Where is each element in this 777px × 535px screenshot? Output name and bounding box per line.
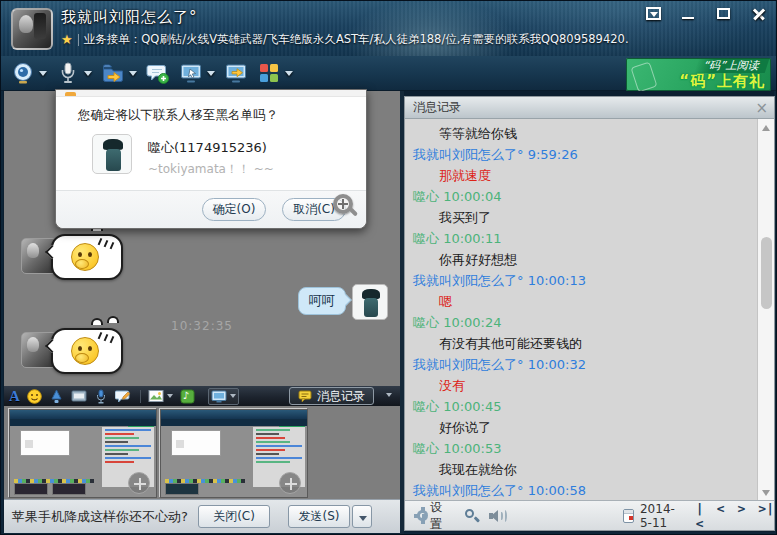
prev-page-button[interactable]: <: [717, 501, 725, 531]
history-message: 等等就给你钱: [409, 123, 755, 144]
scrollbar-thumb[interactable]: [761, 237, 772, 309]
speaker-icon[interactable]: [489, 508, 501, 524]
history-date[interactable]: 2014-5-11: [640, 502, 682, 530]
history-message: 没有: [409, 375, 755, 396]
music-button[interactable]: ♪: [180, 389, 201, 404]
edit-bubble-button[interactable]: [115, 389, 131, 404]
video-call-button[interactable]: [11, 61, 47, 85]
history-message: 你再好好想想: [409, 249, 755, 270]
history-sender: 噬心 10:00:45: [409, 396, 755, 417]
history-sender: 噬心 10:00:24: [409, 312, 755, 333]
remote-assistance-dropdown-icon[interactable]: [207, 71, 215, 76]
music-note-icon: ♪: [183, 390, 189, 401]
gear-icon[interactable]: [415, 508, 425, 523]
screen-share-button[interactable]: [224, 61, 248, 85]
settings-button[interactable]: 设置: [430, 499, 446, 533]
film-button[interactable]: [71, 389, 87, 403]
dialog-question: 您确定将以下联系人移至黑名单吗？: [78, 107, 278, 124]
ad-line1: “码”上阅读: [693, 59, 769, 73]
send-file-button[interactable]: [101, 61, 137, 85]
history-sender: 噬心 10:00:11: [409, 228, 755, 249]
phone-sketch-icon: [630, 62, 657, 91]
blacklist-confirm-dialog: 您确定将以下联系人移至黑名单吗？ 噬心(1174915236) ~tokiyam…: [55, 89, 367, 229]
confirm-button[interactable]: 确定(O): [202, 198, 266, 221]
contact-name-title: 我就叫刘阳怎么了°: [61, 8, 198, 27]
remote-assistance-button[interactable]: [179, 61, 215, 85]
first-page-button[interactable]: |<: [696, 501, 704, 531]
send-image-button[interactable]: [148, 389, 173, 403]
history-message: 好你说了: [409, 417, 755, 438]
emoticon-button[interactable]: [27, 389, 42, 404]
scroll-down-icon[interactable]: [762, 490, 770, 496]
history-message: 嗯: [409, 291, 755, 312]
composer-input-area[interactable]: [4, 406, 400, 499]
warning-icon: [65, 92, 76, 97]
history-message: 那就速度: [409, 165, 755, 186]
minimize-button[interactable]: [678, 6, 700, 22]
doodle-icon: [91, 318, 103, 325]
scroll-up-icon[interactable]: [762, 125, 770, 131]
voice-call-dropdown-icon[interactable]: [84, 71, 92, 76]
close-button[interactable]: [748, 6, 770, 22]
voice-message-button[interactable]: [94, 389, 108, 404]
titter-emoji-icon: [71, 337, 99, 365]
screen-capture-button[interactable]: [208, 388, 239, 405]
history-sender: 噬心 10:00:04: [409, 186, 755, 207]
send-button[interactable]: 发送(S): [288, 505, 350, 528]
apps-dropdown-icon[interactable]: [285, 71, 293, 76]
composer-toolbar: A ♪ 消息记录: [4, 386, 400, 406]
next-page-button[interactable]: >: [738, 501, 746, 531]
send-options-dropdown[interactable]: [352, 505, 372, 528]
separator: [78, 34, 79, 46]
screen-capture-dropdown-icon[interactable]: [230, 394, 236, 398]
history-message-list[interactable]: 等等就给你钱 我就叫刘阳怎么了° 9:59:26 那就速度 噬心 10:00:0…: [405, 119, 757, 502]
outgoing-message-text: 呵呵: [309, 293, 335, 308]
doodle-icon: [107, 316, 119, 323]
contact-name: 噬心(1174915236): [148, 139, 267, 157]
self-avatar[interactable]: [352, 284, 388, 320]
contact-avatar[interactable]: [11, 8, 53, 50]
history-panel-title: 消息记录: [413, 99, 461, 116]
maximize-button[interactable]: [713, 6, 735, 22]
history-sender: 我就叫刘阳怎么了° 9:59:26: [409, 144, 755, 165]
close-chat-button[interactable]: 关闭(C): [198, 505, 270, 528]
history-sender: 我就叫刘阳怎么了° 10:00:32: [409, 354, 755, 375]
qr-ad-banner[interactable]: “码”上阅读 “码”上有礼: [626, 58, 771, 91]
voice-call-button[interactable]: [56, 61, 92, 85]
history-bubble-icon: [298, 390, 312, 402]
ad-line2: “码”上有礼: [679, 72, 765, 91]
history-close-icon[interactable]: ×: [755, 98, 768, 118]
zoom-in-cursor-icon: [333, 194, 359, 220]
message-history-toggle-button[interactable]: 消息记录: [289, 387, 374, 405]
last-page-button[interactable]: >|: [758, 501, 774, 531]
history-button-dropdown-icon[interactable]: [386, 393, 392, 397]
font-icon: A: [9, 389, 20, 404]
history-panel-footer: 设置 2014-5-11 |< < > >|: [405, 500, 774, 530]
message-history-toggle-label: 消息记录: [317, 388, 365, 405]
history-scrollbar[interactable]: [757, 119, 774, 502]
apps-button[interactable]: [257, 61, 293, 85]
history-message: 我现在就给你: [409, 459, 755, 480]
send-file-dropdown-icon[interactable]: [129, 71, 137, 76]
calendar-icon[interactable]: [623, 509, 634, 523]
window-shake-button[interactable]: [49, 389, 64, 404]
history-sender: 我就叫刘阳怎么了° 10:00:58: [409, 480, 755, 501]
attachment-thumbnail[interactable]: [160, 409, 308, 498]
search-icon[interactable]: [464, 508, 475, 524]
create-group-button[interactable]: [146, 61, 170, 85]
zoom-overlay-icon: [128, 472, 150, 494]
attachment-thumbnail[interactable]: [9, 409, 157, 498]
history-message: 我买到了: [409, 207, 755, 228]
font-style-button[interactable]: A: [9, 389, 20, 404]
video-call-dropdown-icon[interactable]: [39, 71, 47, 76]
vip-star-icon: ★: [61, 32, 73, 47]
history-sender: 噬心 10:00:53: [409, 438, 755, 459]
dialog-clipped-titlebar: [56, 90, 366, 97]
change-skin-button[interactable]: [643, 6, 665, 22]
history-panel-header: 消息记录 ×: [405, 97, 774, 119]
send-image-dropdown-icon[interactable]: [167, 394, 173, 398]
separator: [140, 390, 141, 403]
outgoing-message-bubble: 呵呵: [298, 287, 346, 315]
contact-signature-status: 业务接单：QQ刷钻/火线V英雄武器/飞车绝版永久AST车/私人徒弟188/位,有…: [84, 32, 629, 47]
draft-message-text[interactable]: 苹果手机降成这样你还不心动?: [12, 508, 188, 526]
